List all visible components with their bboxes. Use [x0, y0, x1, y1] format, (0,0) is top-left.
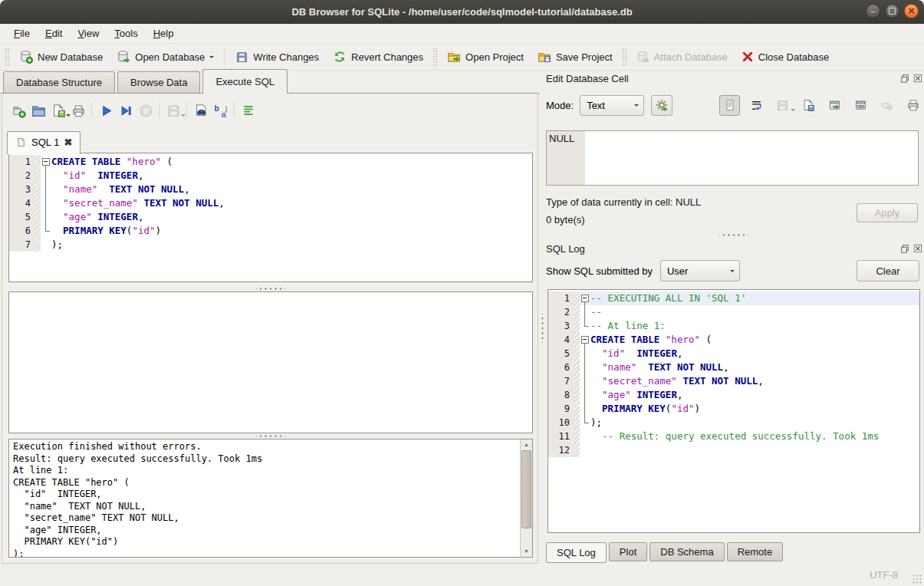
write-changes-label: Write Changes: [253, 51, 319, 63]
dock-float-icon[interactable]: [899, 244, 909, 254]
cell-value-editor[interactable]: NULL: [546, 130, 919, 186]
sql-document-icon: [15, 137, 27, 148]
tab-db-schema[interactable]: DB Schema: [649, 542, 724, 561]
save-sql-file-button[interactable]: [48, 100, 68, 120]
export-window-button[interactable]: [825, 96, 844, 115]
execute-current-line-button[interactable]: [116, 100, 136, 120]
tab-database-structure[interactable]: Database Structure: [3, 71, 115, 93]
dock-float-icon[interactable]: [899, 74, 909, 84]
revert-changes-label: Revert Changes: [351, 51, 423, 63]
menu-view[interactable]: View: [70, 25, 107, 41]
line-number: 2: [9, 169, 35, 183]
mode-combobox[interactable]: Text: [580, 95, 644, 116]
submitted-by-combobox[interactable]: User: [660, 260, 740, 281]
text-document-icon: [724, 99, 736, 111]
new-sql-tab-button[interactable]: [8, 100, 28, 120]
open-database-button[interactable]: Open Database: [110, 47, 221, 67]
export-file-button[interactable]: [799, 96, 818, 115]
write-changes-button[interactable]: Write Changes: [229, 48, 326, 67]
auto-switch-mode-button[interactable]: [651, 95, 672, 116]
fold-marker-icon[interactable]: [41, 155, 51, 169]
revert-changes-button[interactable]: Revert Changes: [326, 47, 430, 67]
attach-database-label: Attach Database: [654, 51, 728, 63]
results-log-splitter[interactable]: [8, 433, 533, 439]
execution-log-scrollbar[interactable]: ▲ ▼: [520, 440, 532, 557]
tab-plot[interactable]: Plot: [609, 542, 647, 561]
close-database-button[interactable]: Close Database: [735, 48, 837, 66]
toolbar-grip[interactable]: [432, 48, 438, 66]
tab-browse-data[interactable]: Browse Data: [117, 71, 200, 93]
find-button[interactable]: [191, 100, 211, 120]
toolbar-grip[interactable]: [622, 48, 627, 66]
close-tab-icon[interactable]: ✖: [64, 139, 72, 146]
dock-splitter[interactable]: [546, 232, 921, 237]
dock-close-icon[interactable]: [912, 74, 922, 84]
resize-grip-icon[interactable]: [912, 574, 922, 584]
cell-size-info: 0 byte(s): [546, 214, 585, 226]
word-wrap-button[interactable]: [747, 96, 766, 115]
new-database-label: New Database: [38, 51, 103, 63]
execute-all-button[interactable]: [96, 100, 116, 120]
find-replace-button[interactable]: ba: [211, 100, 231, 120]
code-text: "name" TEXT NOT NULL,: [41, 183, 532, 196]
code-line: 3 "name" TEXT NOT NULL,: [9, 183, 532, 196]
window-controls: − ✕: [866, 4, 919, 18]
scroll-down-icon[interactable]: ▼: [521, 546, 532, 557]
save-file-icon: [51, 104, 66, 118]
scroll-up-icon[interactable]: ▲: [521, 440, 532, 450]
new-database-button[interactable]: New Database: [12, 47, 110, 67]
tab-execute-sql[interactable]: Execute SQL: [202, 69, 288, 94]
scrollbar-thumb[interactable]: [521, 450, 531, 528]
code-text: "id" INTEGER,: [580, 347, 919, 360]
fold-marker-icon: [41, 183, 51, 196]
menu-file[interactable]: File: [6, 25, 38, 41]
menu-tools[interactable]: Tools: [107, 25, 145, 41]
line-number: 1: [9, 155, 35, 169]
code-text: "secret_name" TEXT NOT NULL,: [41, 196, 532, 210]
sql-editor[interactable]: 1CREATE TABLE "hero" (2 "id" INTEGER,3 "…: [8, 153, 533, 282]
minimize-button[interactable]: −: [866, 4, 880, 18]
clear-log-button[interactable]: Clear: [857, 260, 919, 281]
open-sql-file-button[interactable]: [28, 100, 48, 120]
code-text: CREATE TABLE "hero" (: [580, 333, 919, 347]
editor-results-splitter[interactable]: [8, 286, 533, 291]
format-sql-button[interactable]: [238, 100, 258, 120]
splitter-handle-icon: [256, 288, 285, 290]
titlebar[interactable]: DB Browser for SQLite - /home/user/code/…: [0, 0, 924, 24]
sql-toolbar: ba: [8, 100, 258, 121]
fold-marker-icon: [580, 374, 590, 388]
sql-log-editor[interactable]: 1-- EXECUTING ALL IN 'SQL 1'2--3-- At li…: [547, 289, 920, 533]
open-database-dropdown-icon[interactable]: [209, 56, 214, 61]
save-project-button[interactable]: Save Project: [531, 47, 620, 67]
print-button[interactable]: [68, 100, 88, 120]
code-line: 10);: [548, 416, 919, 430]
fold-marker-icon[interactable]: [580, 333, 590, 347]
code-line: 9 PRIMARY KEY("id"): [548, 402, 919, 416]
line-number: 4: [9, 196, 35, 210]
sql-document-tab[interactable]: SQL 1 ✖: [7, 131, 81, 154]
menu-edit[interactable]: Edit: [38, 25, 70, 41]
close-button[interactable]: ✕: [904, 4, 919, 18]
line-number: 5: [9, 210, 35, 224]
results-grid[interactable]: [8, 291, 533, 433]
tab-remote[interactable]: Remote: [727, 542, 784, 561]
maximize-button[interactable]: [885, 4, 899, 18]
code-text: "secret_name" TEXT NOT NULL,: [580, 374, 919, 388]
gutter-band: [574, 291, 580, 305]
dock-close-icon[interactable]: [912, 244, 922, 254]
fold-marker-icon[interactable]: [580, 291, 590, 305]
sql-toolbar-separator: [234, 103, 235, 118]
main-vertical-splitter[interactable]: [538, 93, 546, 564]
edit-cell-dock-header: Edit Database Cell: [546, 71, 922, 86]
gutter-band: [35, 169, 41, 183]
execution-log[interactable]: Execution finished without errors. Resul…: [8, 439, 533, 558]
text-mode-button[interactable]: [719, 95, 740, 116]
tab-sql-log[interactable]: SQL Log: [546, 542, 607, 563]
print-cell-button[interactable]: [903, 96, 922, 115]
toolbar-grip[interactable]: [5, 48, 10, 66]
code-line: 1CREATE TABLE "hero" (: [9, 155, 532, 169]
cell-edit-area[interactable]: [585, 131, 918, 185]
open-project-button[interactable]: Open Project: [440, 47, 531, 67]
menu-help[interactable]: Help: [146, 25, 182, 41]
link-cell-button[interactable]: [851, 96, 870, 115]
